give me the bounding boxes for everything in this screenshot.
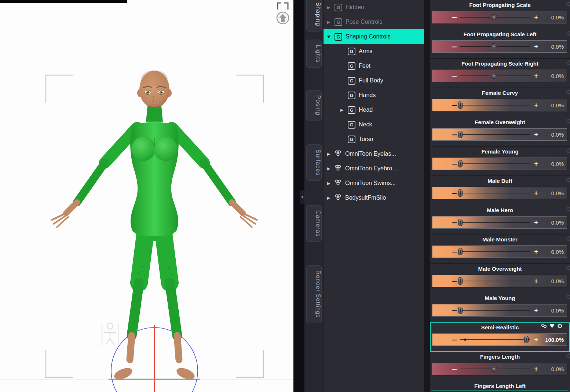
- tree-item-neck[interactable]: Neck: [324, 117, 424, 132]
- param-value[interactable]: 0.0%: [551, 366, 564, 372]
- slider-track[interactable]: [460, 163, 530, 164]
- slider-handle[interactable]: [458, 277, 463, 285]
- decrement-button[interactable]: −: [452, 189, 457, 197]
- tab-shaping[interactable]: Shaping: [306, 0, 322, 32]
- gear-icon[interactable]: [565, 1, 570, 8]
- gear-icon[interactable]: [565, 206, 570, 213]
- param-slider[interactable]: − + 0.0%: [432, 40, 567, 53]
- slider-handle[interactable]: [458, 160, 463, 167]
- tree-item-bodysuitfmsilo[interactable]: BodysuitFmSilo: [324, 191, 424, 205]
- decrement-button[interactable]: −: [452, 42, 457, 51]
- panel-collapse-handle[interactable]: [300, 190, 304, 204]
- slider-track[interactable]: [460, 134, 530, 135]
- 3d-viewport[interactable]: [0, 0, 293, 392]
- tree-item-shaping-controls[interactable]: Shaping Controls: [324, 29, 424, 44]
- slider-handle[interactable]: [491, 14, 497, 20]
- gear-icon[interactable]: [565, 265, 570, 271]
- gear-icon[interactable]: [565, 352, 570, 359]
- param-slider[interactable]: − + 0.0%: [432, 158, 567, 170]
- decrement-button[interactable]: −: [452, 13, 457, 21]
- increment-button[interactable]: +: [534, 101, 538, 109]
- slider-handle[interactable]: [524, 336, 529, 343]
- slider-handle[interactable]: [491, 43, 497, 49]
- slider-handle[interactable]: [458, 101, 463, 109]
- slider-handle[interactable]: [458, 248, 463, 255]
- param-value[interactable]: 0.0%: [551, 102, 564, 108]
- gear-icon[interactable]: [565, 177, 570, 184]
- increment-button[interactable]: +: [534, 306, 538, 314]
- param-slider[interactable]: − + 0.0%: [432, 11, 567, 23]
- collapse-arrow-icon[interactable]: [327, 196, 333, 200]
- collapse-arrow-icon[interactable]: [327, 5, 333, 10]
- collapse-arrow-icon[interactable]: [340, 108, 346, 112]
- decrement-button[interactable]: −: [452, 248, 457, 256]
- tree-item-pose-controls[interactable]: Pose Controls: [324, 15, 424, 29]
- slider-track[interactable]: [460, 105, 530, 106]
- param-value[interactable]: 0.0%: [551, 307, 564, 314]
- param-value[interactable]: 0.0%: [551, 219, 564, 226]
- decrement-button[interactable]: −: [452, 160, 457, 168]
- link-icon[interactable]: [541, 323, 547, 329]
- collapse-arrow-icon[interactable]: [327, 166, 333, 171]
- tree-item-hidden[interactable]: Hidden: [324, 0, 424, 15]
- collapse-arrow-icon[interactable]: [327, 181, 333, 186]
- collapse-arrow-icon[interactable]: [327, 152, 333, 156]
- slider-handle[interactable]: [458, 131, 463, 138]
- param-slider[interactable]: − + 0.0%: [432, 99, 567, 111]
- slider-handle[interactable]: [458, 307, 463, 314]
- decrement-button[interactable]: −: [452, 130, 457, 138]
- slider-track[interactable]: [460, 310, 530, 311]
- favorite-heart-icon[interactable]: [549, 323, 554, 329]
- home-view-icon[interactable]: [275, 11, 290, 25]
- tree-item-hands[interactable]: Hands: [324, 88, 424, 103]
- tree-item-omnitoon-swimsuit[interactable]: OmniToon Swims...: [324, 176, 424, 191]
- slider-handle[interactable]: [491, 366, 497, 372]
- expand-arrow-icon[interactable]: [327, 34, 333, 39]
- slider-handle[interactable]: [491, 73, 497, 79]
- decrement-button[interactable]: −: [452, 72, 457, 80]
- param-value[interactable]: 0.0%: [551, 132, 564, 138]
- slider-handle[interactable]: [458, 219, 463, 226]
- param-value[interactable]: 100.0%: [545, 337, 564, 343]
- slider-handle[interactable]: [458, 189, 463, 197]
- increment-button[interactable]: +: [534, 72, 538, 80]
- slider-track[interactable]: [460, 193, 530, 193]
- param-slider[interactable]: − + 0.0%: [432, 187, 567, 199]
- param-value[interactable]: 0.0%: [551, 190, 564, 196]
- decrement-button[interactable]: −: [452, 277, 457, 285]
- decrement-button[interactable]: −: [452, 306, 457, 314]
- expand-viewport-icon[interactable]: [275, 0, 291, 10]
- decrement-button[interactable]: −: [452, 365, 457, 373]
- gear-icon[interactable]: [565, 30, 570, 37]
- gear-icon[interactable]: [565, 59, 570, 66]
- increment-button[interactable]: +: [534, 277, 538, 285]
- slider-track[interactable]: [460, 281, 530, 281]
- tab-cameras[interactable]: Cameras: [306, 205, 322, 242]
- collapse-arrow-icon[interactable]: [327, 20, 333, 25]
- gear-icon[interactable]: [565, 89, 570, 96]
- increment-button[interactable]: +: [534, 189, 538, 197]
- increment-button[interactable]: +: [534, 42, 538, 51]
- increment-button[interactable]: +: [534, 160, 538, 168]
- viewport-canvas[interactable]: [0, 0, 293, 392]
- slider-track[interactable]: [460, 251, 530, 252]
- gear-icon[interactable]: [557, 323, 563, 329]
- increment-button[interactable]: +: [534, 248, 538, 256]
- tree-item-head[interactable]: Head: [324, 103, 424, 117]
- gear-icon[interactable]: [565, 294, 570, 301]
- tree-item-omnitoon-eyebrows[interactable]: OmniToon Eyebro...: [324, 161, 424, 176]
- increment-button[interactable]: +: [534, 365, 538, 373]
- param-slider[interactable]: − + 100.0%: [432, 333, 567, 346]
- param-slider[interactable]: − + 0.0%: [432, 245, 567, 258]
- gear-icon[interactable]: [565, 235, 570, 242]
- increment-button[interactable]: +: [534, 130, 538, 138]
- param-slider[interactable]: − + 0.0%: [432, 70, 567, 82]
- param-value[interactable]: 0.0%: [551, 161, 564, 167]
- param-value[interactable]: 0.0%: [551, 249, 564, 255]
- slider-track[interactable]: [460, 222, 530, 223]
- param-slider[interactable]: − + 0.0%: [432, 128, 567, 141]
- tree-item-omnitoon-eyelashes[interactable]: OmniToon Eyelas...: [324, 147, 424, 161]
- tab-render-settings[interactable]: Render Settings: [306, 265, 322, 323]
- slider-track[interactable]: [460, 339, 530, 340]
- param-slider[interactable]: − + 0.0%: [432, 304, 567, 317]
